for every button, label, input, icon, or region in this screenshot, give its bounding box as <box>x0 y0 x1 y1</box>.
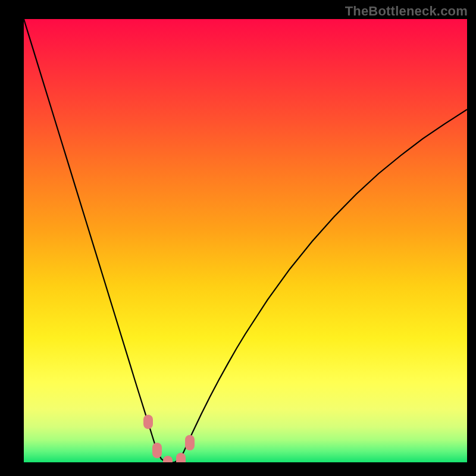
data-marker <box>176 453 186 462</box>
plot-area <box>24 19 467 462</box>
data-marker <box>152 443 162 458</box>
data-marker <box>143 415 153 429</box>
data-marker <box>185 435 195 450</box>
watermark-text: TheBottleneck.com <box>345 4 468 18</box>
chart-frame: TheBottleneck.com <box>0 0 476 476</box>
watermark: TheBottleneck.com <box>345 4 468 19</box>
marker-layer <box>24 19 467 462</box>
data-marker <box>163 456 173 462</box>
